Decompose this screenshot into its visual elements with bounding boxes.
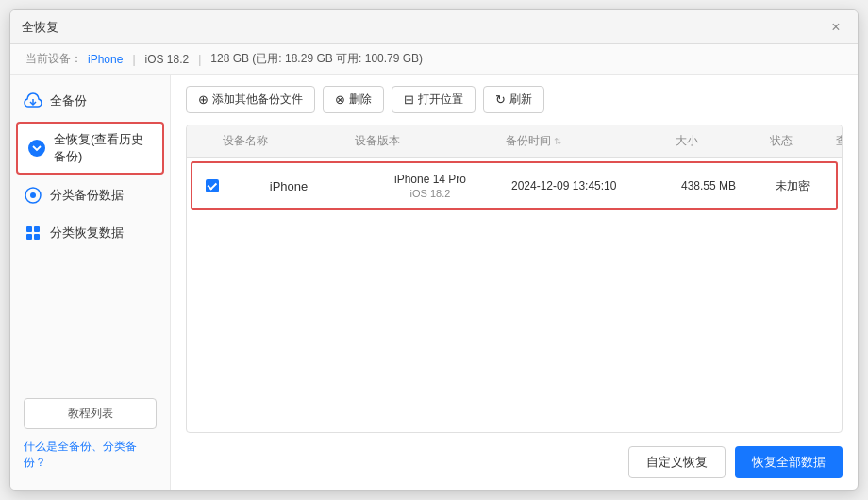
backup-table: 设备名称 设备版本 备份时间 ⇅ 大小 状态 查看备份	[186, 125, 843, 433]
main-window: 全恢复 × 当前设备： iPhone | iOS 18.2 | 128 GB (…	[9, 9, 859, 491]
col-check	[194, 125, 217, 157]
add-backup-button[interactable]: ⊕ 添加其他备份文件	[186, 86, 315, 113]
window-title: 全恢复	[22, 19, 58, 36]
restore-icon	[27, 139, 46, 158]
sidebar-label-category-restore: 分类恢复数据	[50, 225, 124, 242]
col-device-name: 设备名称	[217, 125, 349, 157]
sidebar-item-category-restore[interactable]: 分类恢复数据	[10, 214, 170, 252]
sidebar-label-full-backup: 全备份	[50, 92, 87, 109]
titlebar: 全恢复 ×	[10, 10, 858, 44]
device-ios: iOS 18.2	[145, 53, 190, 66]
table-header: 设备名称 设备版本 备份时间 ⇅ 大小 状态 查看备份	[187, 125, 842, 158]
sep1: |	[132, 53, 135, 66]
delete-btn-label: 删除	[349, 92, 372, 108]
col-device-version: 设备版本	[349, 125, 500, 157]
add-btn-label: 添加其他备份文件	[212, 92, 303, 108]
category-backup-icon	[24, 186, 42, 205]
svg-point-2	[30, 192, 36, 198]
col-status: 状态	[764, 125, 830, 157]
backup-icon	[24, 92, 42, 110]
device-label: 当前设备：	[25, 51, 82, 67]
help-link[interactable]: 什么是全备份、分类备份？	[24, 440, 137, 469]
sidebar-item-full-restore[interactable]: 全恢复(查看历史备份)	[16, 122, 164, 175]
sort-icon: ⇅	[554, 136, 561, 146]
col-backup-time: 备份时间 ⇅	[500, 125, 670, 157]
col-size: 大小	[670, 125, 764, 157]
table-body: iPhone iPhone 14 Pro iOS 18.2 2024-12-09…	[187, 158, 842, 433]
refresh-label: 刷新	[509, 92, 532, 108]
bottom-bar: 自定义恢复 恢复全部数据	[186, 437, 843, 478]
delete-icon: ⊗	[335, 92, 345, 107]
main-content: 全备份 全恢复(查看历史备份)	[10, 75, 858, 490]
close-button[interactable]: ×	[826, 17, 846, 38]
customize-restore-button[interactable]: 自定义恢复	[628, 446, 726, 478]
sidebar-item-category-backup[interactable]: 分类备份数据	[10, 176, 170, 214]
cell-checkbox[interactable]	[200, 163, 223, 208]
device-main-name: iPhone	[270, 179, 308, 193]
cell-backup-time: 2024-12-09 13:45:10	[506, 163, 676, 208]
sidebar-label-category-backup: 分类备份数据	[50, 187, 124, 204]
cell-status: 未加密	[770, 163, 836, 208]
device-model: iPhone 14 Pro	[394, 173, 466, 186]
plus-icon: ⊕	[198, 92, 209, 107]
checkbox[interactable]	[206, 179, 219, 192]
sidebar: 全备份 全恢复(查看历史备份)	[10, 75, 171, 490]
restore-all-button[interactable]: 恢复全部数据	[735, 446, 843, 478]
right-panel: ⊕ 添加其他备份文件 ⊗ 删除 ⊟ 打开位置 ↻ 刷新	[171, 75, 858, 490]
device-ios-version: iOS 18.2	[410, 188, 451, 199]
table-row: iPhone iPhone 14 Pro iOS 18.2 2024-12-09…	[191, 161, 838, 210]
cell-actions: 专业模式 简易模式	[836, 163, 842, 208]
cell-device-version: iPhone 14 Pro iOS 18.2	[355, 163, 506, 208]
toolbar: ⊕ 添加其他备份文件 ⊗ 删除 ⊟ 打开位置 ↻ 刷新	[186, 86, 843, 113]
cell-size: 438.55 MB	[676, 163, 770, 208]
cell-device-name: iPhone	[223, 163, 355, 208]
delete-button[interactable]: ⊗ 删除	[323, 86, 384, 113]
open-location-label: 打开位置	[418, 92, 463, 108]
open-location-button[interactable]: ⊟ 打开位置	[392, 86, 476, 113]
location-icon: ⊟	[404, 92, 414, 107]
bottom-right: 自定义恢复 恢复全部数据	[628, 446, 843, 478]
col-view-backup: 查看备份	[830, 125, 843, 157]
sidebar-label-full-restore: 全恢复(查看历史备份)	[54, 131, 153, 165]
device-name: iPhone	[88, 53, 123, 66]
tutorial-button[interactable]: 教程列表	[24, 398, 157, 429]
sidebar-item-full-backup[interactable]: 全备份	[10, 82, 170, 120]
device-bar: 当前设备： iPhone | iOS 18.2 | 128 GB (已用: 18…	[10, 44, 858, 75]
device-storage: 128 GB (已用: 18.29 GB 可用: 100.79 GB)	[210, 51, 423, 67]
category-restore-icon	[24, 224, 42, 242]
refresh-icon: ↻	[495, 92, 506, 107]
sep2: |	[198, 53, 201, 66]
sidebar-bottom: 教程列表 什么是全备份、分类备份？	[10, 387, 170, 482]
refresh-button[interactable]: ↻ 刷新	[483, 86, 544, 113]
